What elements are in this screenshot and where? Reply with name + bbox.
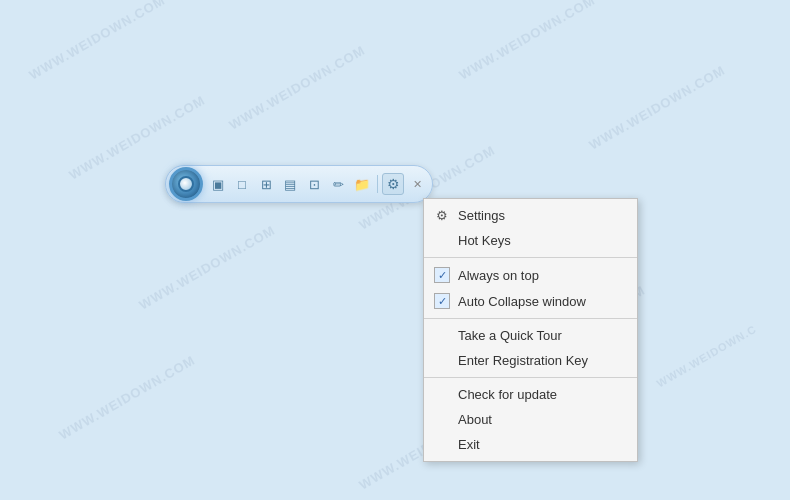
separator-1 bbox=[424, 257, 637, 258]
close-button[interactable]: ✕ bbox=[408, 175, 426, 193]
toolbar-icon-box[interactable]: ⊡ bbox=[303, 173, 325, 195]
always-on-top-check: ✓ bbox=[434, 267, 450, 283]
app-logo[interactable] bbox=[169, 167, 203, 201]
separator-3 bbox=[424, 377, 637, 378]
hotkeys-label: Hot Keys bbox=[458, 233, 623, 248]
toolbar-icons: ▣ □ ⊞ ▤ ⊡ ✏ 📁 ⚙ ✕ bbox=[207, 173, 426, 195]
menu-item-check-update[interactable]: Check for update bbox=[424, 382, 637, 407]
menu-item-quick-tour[interactable]: Take a Quick Tour bbox=[424, 323, 637, 348]
settings-icon: ⚙ bbox=[434, 208, 450, 223]
dropdown-menu: ⚙ Settings Hot Keys ✓ Always on top ✓ Au… bbox=[423, 198, 638, 462]
toolbar-icon-pen[interactable]: ✏ bbox=[327, 173, 349, 195]
gear-button[interactable]: ⚙ bbox=[382, 173, 404, 195]
auto-collapse-label: Auto Collapse window bbox=[458, 294, 623, 309]
toolbar: ▣ □ ⊞ ▤ ⊡ ✏ 📁 ⚙ ✕ bbox=[165, 165, 433, 203]
toolbar-icon-grid[interactable]: ⊞ bbox=[255, 173, 277, 195]
watermark: WWW.WEIDOWN.COM WWW.WEIDOWN.COM WWW.WEID… bbox=[0, 0, 790, 500]
menu-item-hotkeys[interactable]: Hot Keys bbox=[424, 228, 637, 253]
auto-collapse-check: ✓ bbox=[434, 293, 450, 309]
about-label: About bbox=[458, 412, 623, 427]
exit-label: Exit bbox=[458, 437, 623, 452]
toolbar-icon-folder[interactable]: 📁 bbox=[351, 173, 373, 195]
separator-2 bbox=[424, 318, 637, 319]
settings-label: Settings bbox=[458, 208, 623, 223]
toolbar-icon-lines[interactable]: ▤ bbox=[279, 173, 301, 195]
logo-inner bbox=[178, 176, 194, 192]
menu-item-registration[interactable]: Enter Registration Key bbox=[424, 348, 637, 373]
menu-item-always-on-top[interactable]: ✓ Always on top bbox=[424, 262, 637, 288]
toolbar-divider bbox=[377, 175, 378, 193]
menu-item-about[interactable]: About bbox=[424, 407, 637, 432]
check-update-label: Check for update bbox=[458, 387, 623, 402]
menu-item-exit[interactable]: Exit bbox=[424, 432, 637, 457]
toolbar-icon-window[interactable]: ▣ bbox=[207, 173, 229, 195]
menu-item-auto-collapse[interactable]: ✓ Auto Collapse window bbox=[424, 288, 637, 314]
toolbar-icon-rect[interactable]: □ bbox=[231, 173, 253, 195]
registration-label: Enter Registration Key bbox=[458, 353, 623, 368]
menu-item-settings[interactable]: ⚙ Settings bbox=[424, 203, 637, 228]
quick-tour-label: Take a Quick Tour bbox=[458, 328, 623, 343]
always-on-top-label: Always on top bbox=[458, 268, 623, 283]
